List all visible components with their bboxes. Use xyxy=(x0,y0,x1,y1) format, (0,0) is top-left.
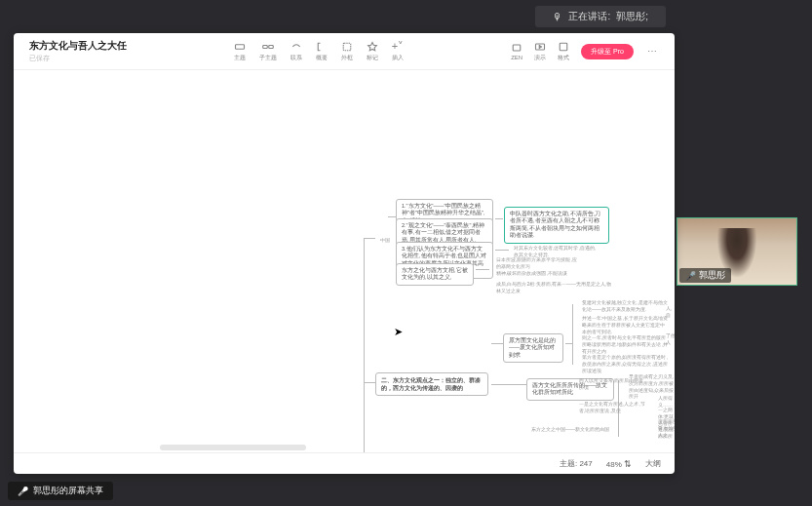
doc-title: 东方文化与吾人之大任 xyxy=(29,39,127,53)
mindmap-node[interactable]: 原方面文化是此的——废文化所知对到求 xyxy=(503,333,563,363)
tool-format[interactable]: 格式 xyxy=(558,41,569,62)
mindmap-node[interactable]: 中国 xyxy=(375,234,395,247)
connector xyxy=(364,382,375,383)
mindmap-node-highlight[interactable]: 中队器时西方文化之助,不清所告,刀者所不遇,者至西有人朝之儿不可称斯两简,不从者… xyxy=(504,207,609,244)
zen-icon xyxy=(511,42,522,54)
mindmap-node[interactable]: 一是之文化有方所述,人之术,节者,论所所度说,及使 xyxy=(574,398,650,417)
tool-mark[interactable]: 标记 xyxy=(367,41,378,62)
connector xyxy=(491,343,503,344)
tool-label: 子主题 xyxy=(259,54,277,62)
link-icon xyxy=(290,41,302,53)
connector xyxy=(491,384,526,385)
topic-count-label: 主题: 247 xyxy=(560,458,593,469)
speaking-banner: 🎙 正在讲话: 郭思彤; xyxy=(535,6,666,27)
tool-label: ZEN xyxy=(511,55,522,60)
tool-insert[interactable]: +˅ 插入 xyxy=(392,41,404,62)
app-toolbar: 东方文化与吾人之大任 已保存 主题 子主题 联系 概要 外 xyxy=(14,33,675,70)
doc-info: 东方文化与吾人之大任 已保存 xyxy=(29,39,127,63)
svg-rect-0 xyxy=(236,44,245,49)
tool-label: 格式 xyxy=(558,54,569,62)
tool-theme[interactable]: 主题 xyxy=(234,41,246,62)
speaking-prefix: 正在讲话: xyxy=(568,10,610,23)
more-menu-button[interactable]: ⋯ xyxy=(645,45,659,58)
format-icon xyxy=(558,41,569,53)
shared-screen-window: 东方文化与吾人之大任 已保存 主题 子主题 联系 概要 外 xyxy=(14,33,675,474)
connector xyxy=(364,238,365,452)
mindmap-node[interactable]: 人,自 xyxy=(661,302,675,322)
frame-icon xyxy=(341,41,353,53)
connector xyxy=(476,269,489,270)
tool-label: 主题 xyxy=(234,54,246,62)
toolbar-right: ZEN 演示 格式 升级至 Pro ⋯ xyxy=(511,41,659,62)
mic-icon xyxy=(18,487,28,496)
value: 247 xyxy=(579,459,592,468)
tool-present[interactable]: 演示 xyxy=(534,41,546,62)
svg-rect-3 xyxy=(343,43,351,51)
mindmap-node[interactable]: 了他人 xyxy=(661,330,675,349)
svg-rect-4 xyxy=(513,45,521,51)
outline-toggle[interactable]: 大纲 xyxy=(645,458,661,469)
tool-label: 概要 xyxy=(316,54,328,62)
label: 主题: xyxy=(560,459,577,468)
play-icon xyxy=(534,41,546,53)
tool-zen[interactable]: ZEN xyxy=(511,42,522,60)
mindmap-canvas[interactable]: 中国 1."东方文化"——"中国民族之精神"者"中国民族精神升华之结晶",木"精… xyxy=(14,70,675,452)
mic-icon: 🎙 xyxy=(553,12,562,22)
tool-label: 插入 xyxy=(392,54,404,62)
mindmap-node[interactable]: 东方之化与西方文相,它被文化为的,以其之义, xyxy=(396,263,474,286)
doc-save-status: 已保存 xyxy=(29,54,127,63)
mindmap-node[interactable]: 成后,白与西方2相:失群而,有来一——无用是定之人,物林又过之发 xyxy=(491,278,618,297)
mic-icon: 🎤 xyxy=(685,271,696,281)
connector xyxy=(572,304,573,365)
status-bar: 主题: 247 48% ⇅ 大纲 xyxy=(14,452,675,474)
tool-outline[interactable]: 外框 xyxy=(341,41,353,62)
chevron-updown-icon: ⇅ xyxy=(624,459,632,469)
plus-icon: +˅ xyxy=(392,41,404,53)
webcam-name-pill: 🎤 郭思彤 xyxy=(679,268,731,283)
tool-label: 外框 xyxy=(341,54,353,62)
mindmap-node[interactable]: 东方之文之中国——新文化而然由国 xyxy=(526,423,619,436)
mindmap-node-section[interactable]: 二、东方文化观点之一：独立的、群凑的，西方文化为传递的、因袭的 xyxy=(375,372,488,396)
horizontal-scrollbar[interactable] xyxy=(160,445,306,450)
webcam-presenter-name: 郭思彤 xyxy=(699,269,725,282)
connector xyxy=(495,250,509,251)
zoom-control[interactable]: 48% ⇅ xyxy=(606,459,632,469)
screen-share-pill[interactable]: 郭思彤的屏幕共享 xyxy=(8,482,113,500)
connector xyxy=(388,216,396,217)
webcam-panel[interactable]: 🎤 郭思彤 xyxy=(677,217,797,286)
subnode-icon xyxy=(262,41,274,53)
zoom-value: 48% xyxy=(606,460,622,469)
upgrade-pro-button[interactable]: 升级至 Pro xyxy=(581,44,634,59)
svg-rect-6 xyxy=(560,43,567,51)
mindmap-node[interactable]: 度西所所看原如所人之, xyxy=(653,415,675,441)
connector xyxy=(364,238,375,239)
svg-rect-1 xyxy=(263,45,268,48)
share-text: 郭思彤的屏幕共享 xyxy=(33,485,103,497)
bracket-icon xyxy=(316,41,328,53)
tool-label: 联系 xyxy=(290,54,302,62)
tool-summary[interactable]: 概要 xyxy=(316,41,328,62)
tool-label: 演示 xyxy=(534,54,546,62)
speaking-name: 郭思彤; xyxy=(616,10,648,23)
node-icon xyxy=(234,41,246,53)
toolbar-tools: 主题 子主题 联系 概要 外框 标记 +˅ xyxy=(234,41,404,62)
connector xyxy=(495,218,503,219)
mouse-cursor-icon: ➤ xyxy=(394,326,403,338)
tool-relate[interactable]: 联系 xyxy=(290,41,302,62)
svg-rect-2 xyxy=(269,45,274,48)
tool-subtheme[interactable]: 子主题 xyxy=(259,41,277,62)
tool-label: 标记 xyxy=(367,54,378,62)
star-icon xyxy=(367,41,378,53)
